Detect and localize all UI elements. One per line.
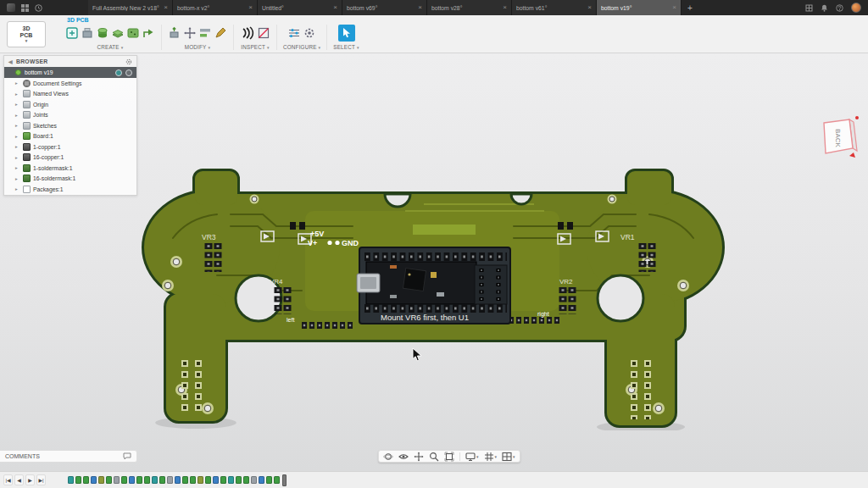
timeline-feature-marker[interactable] [167,476,173,484]
select-cursor-icon[interactable] [338,25,355,42]
viewports-button[interactable]: ▾ [502,452,515,462]
timeline-feature-marker[interactable] [243,476,249,484]
settings-gear-icon[interactable] [303,26,316,40]
doc-tab[interactable]: Untitled° × [258,0,342,15]
expand-arrow-icon[interactable]: ▸ [15,102,20,107]
display-settings-button[interactable]: ▾ [465,452,479,462]
collaboration-badge-icon[interactable] [115,69,122,76]
user-avatar[interactable] [851,3,861,13]
timeline-feature-marker[interactable] [220,476,226,484]
new-tab-button[interactable]: + [682,0,698,15]
browser-item-1-soldermask[interactable]: ▸ 1-soldermask:1 [4,163,136,174]
pcb-3d-view[interactable]: VR3 VR1 VR4 VR2 +5V V+ GND Mount VR6 fir… [136,166,729,430]
timeline-feature-marker[interactable] [198,476,203,484]
pan-icon[interactable] [414,452,424,462]
configure-group-label[interactable]: CONFIGURE▾ [283,44,320,50]
timeline-feature-marker[interactable] [68,476,74,484]
timeline-play-button[interactable]: ▶ [25,474,35,485]
recent-files-icon[interactable] [35,4,42,12]
inspect-group-label[interactable]: INSPECT▾ [241,44,269,50]
modify-group-label[interactable]: MODIFY▾ [185,44,210,50]
copper-pour-icon[interactable] [126,26,140,40]
timeline-feature-marker[interactable] [159,476,165,484]
browser-item-named-views[interactable]: ▸ Named Views [4,89,136,100]
timeline-feature-marker[interactable] [136,476,142,484]
align-icon[interactable] [198,26,212,40]
timeline-feature-marker[interactable] [236,476,242,484]
expand-arrow-icon[interactable]: ▸ [15,80,20,86]
zoom-icon[interactable] [429,452,439,462]
board-shape-icon[interactable] [111,26,125,40]
workspace-tab-3d-pcb[interactable]: 3D PCB [67,17,89,23]
new-component-icon[interactable] [81,26,94,40]
timeline-feature-marker[interactable] [75,476,81,484]
apps-grid-icon[interactable] [21,4,29,12]
timeline-step-back-button[interactable]: ◀ [14,474,24,485]
timeline-feature-marker[interactable] [129,476,135,484]
close-icon[interactable]: × [418,4,422,11]
timeline-feature-marker[interactable] [175,476,181,484]
collapse-panel-icon[interactable]: ◀ [8,58,13,64]
timeline-feature-marker[interactable] [182,476,188,484]
browser-item-16-copper[interactable]: ▸ 16-copper:1 [4,152,136,164]
section-analysis-icon[interactable] [257,26,270,40]
close-icon[interactable]: × [587,4,592,11]
close-icon[interactable]: × [672,4,676,11]
browser-item-sketches[interactable]: ▸ Sketches [4,120,136,131]
browser-item-document-settings[interactable]: ▸ Document Settings [4,78,136,89]
extensions-icon[interactable] [805,4,813,12]
timeline-go-start-button[interactable]: |◀ [3,474,13,485]
expand-arrow-icon[interactable]: ▸ [15,113,20,118]
create-group-label[interactable]: CREATE▾ [97,44,124,50]
browser-item-16-soldermask[interactable]: ▸ 16-soldermask:1 [4,174,136,185]
workspace-switcher-button[interactable]: 3D PCB ▾ [7,21,46,47]
timeline-feature-marker[interactable] [91,476,97,484]
expand-arrow-icon[interactable]: ▸ [15,165,20,170]
change-icon[interactable] [214,26,227,40]
push-pull-icon[interactable] [168,26,181,40]
fit-icon[interactable] [444,452,454,462]
doc-tab[interactable]: bottom-x v2° × [173,0,258,15]
grid-snaps-button[interactable]: ▾ [484,452,498,462]
expand-arrow-icon[interactable]: ▸ [15,92,20,97]
browser-item-packages[interactable]: ▸ Packages:1 [4,184,136,195]
browser-item-joints[interactable]: ▸ Joints [4,110,136,121]
orbit-icon[interactable] [383,452,393,462]
timeline-feature-marker[interactable] [259,476,264,484]
comments-bar[interactable]: COMMENTS [0,450,137,463]
timeline-feature-marker[interactable] [251,476,257,484]
rules-sliders-icon[interactable] [287,26,301,40]
doc-tab[interactable]: bottom v28° × [427,0,512,15]
via-icon[interactable] [96,26,109,40]
close-icon[interactable]: × [164,4,168,11]
route-trace-icon[interactable] [142,26,155,40]
timeline-feature-marker[interactable] [213,476,219,484]
help-icon[interactable] [836,4,843,12]
doc-tab[interactable]: bottom v61° × [512,0,597,15]
expand-arrow-icon[interactable]: ▸ [15,155,20,160]
timeline-go-end-button[interactable]: ▶| [36,474,46,485]
close-icon[interactable]: × [503,4,507,11]
select-group-label[interactable]: SELECT▾ [333,44,359,50]
doc-tab-active[interactable]: bottom v19° × [597,0,682,15]
browser-item-1-copper[interactable]: ▸ 1-copper:1 [4,141,136,152]
timeline-scrubber[interactable] [282,474,287,486]
viewcube[interactable]: BACK [812,111,861,160]
timeline-feature-marker[interactable] [152,476,158,484]
timeline-feature-marker[interactable] [205,476,211,484]
timeline-feature-marker[interactable] [83,476,89,484]
comment-bubble-icon[interactable] [123,452,131,460]
expand-arrow-icon[interactable]: ▸ [15,123,20,128]
timeline-feature-marker[interactable] [114,476,120,484]
visibility-badge-icon[interactable] [125,69,132,76]
expand-arrow-icon[interactable]: ▸ [15,186,20,191]
timeline-feature-marker[interactable] [266,476,272,484]
timeline-feature-marker[interactable] [144,476,150,484]
browser-item-origin[interactable]: ▸ Origin [4,99,136,110]
move-icon[interactable] [183,26,197,40]
timeline-feature-marker[interactable] [106,476,112,484]
bell-icon[interactable] [821,4,828,12]
timeline-feature-marker[interactable] [121,476,127,484]
timeline-feature-marker[interactable] [228,476,234,484]
close-icon[interactable]: × [248,4,253,11]
